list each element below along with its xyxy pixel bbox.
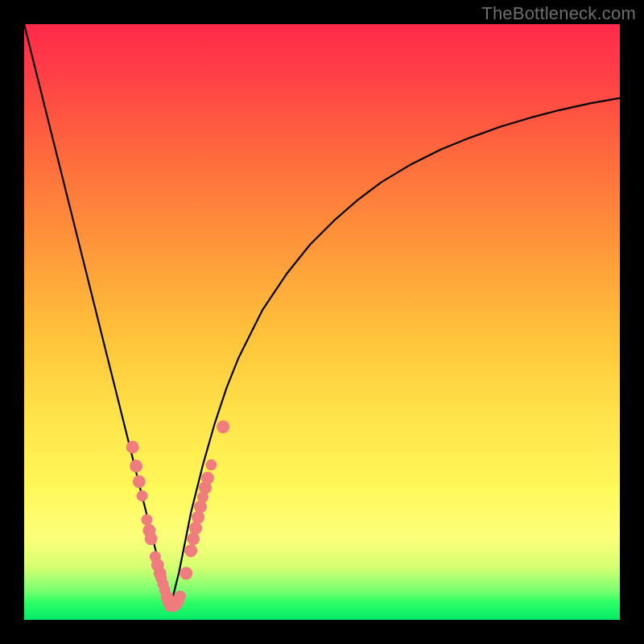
sample-point <box>184 544 197 557</box>
sample-point <box>189 522 202 535</box>
sample-point <box>205 460 217 471</box>
sample-point <box>145 532 158 545</box>
sample-point <box>126 440 139 453</box>
sample-point <box>141 514 152 526</box>
watermark-text: TheBottleneck.com <box>481 3 636 24</box>
sample-point <box>180 567 192 580</box>
sample-point <box>187 532 200 545</box>
sample-point <box>175 590 186 601</box>
sample-point <box>192 511 204 524</box>
sample-point <box>201 472 214 485</box>
curve-layer <box>24 24 620 620</box>
plot-area <box>24 24 620 620</box>
sample-point <box>130 460 142 473</box>
sample-point <box>137 490 148 502</box>
bottleneck-curve <box>24 24 620 608</box>
sample-point <box>133 475 146 488</box>
chart-frame: TheBottleneck.com <box>0 0 644 644</box>
sample-point <box>217 420 229 433</box>
